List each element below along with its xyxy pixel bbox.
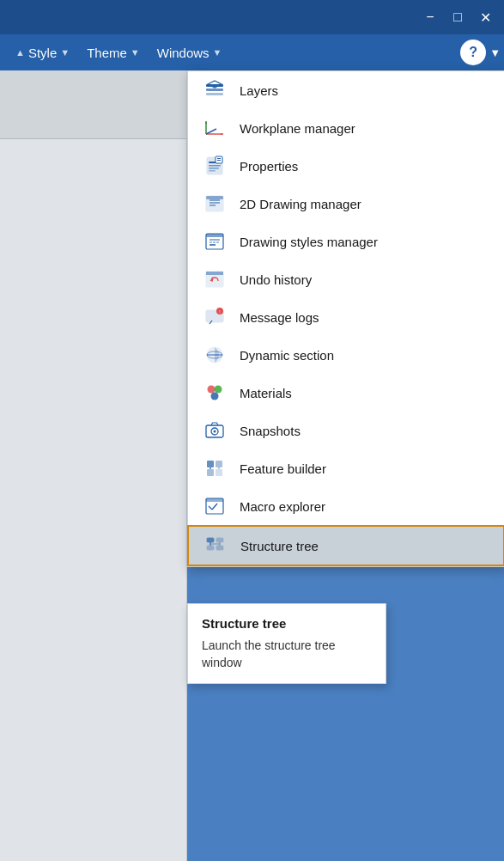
drawing2d-icon — [202, 191, 228, 217]
help-button[interactable]: ? — [460, 40, 486, 65]
style-menu[interactable]: ▲ Style ▼ — [7, 40, 78, 65]
theme-menu-label: Theme — [87, 46, 127, 60]
menu-item-drawing-styles[interactable]: Drawing styles manager — [188, 223, 504, 260]
content-area: LayersWorkplane managerProperties2D Draw… — [0, 70, 504, 861]
menu-item-undo-history[interactable]: Undo history — [188, 260, 504, 298]
menu-item-structure-tree[interactable]: Structure tree — [187, 525, 504, 566]
menu-item-macro-explorer[interactable]: Macro explorer — [188, 487, 504, 525]
windows-menu-label: Windows — [157, 46, 209, 60]
menu-item-label-snapshots: Snapshots — [240, 424, 301, 438]
menu-bar-right: ? ▼ — [457, 40, 504, 65]
menu-item-layers[interactable]: Layers — [188, 71, 504, 109]
windows-menu[interactable]: Windows ▼ — [149, 40, 231, 65]
workplane-icon — [202, 115, 228, 141]
svg-rect-44 — [216, 469, 222, 476]
messages-icon: ! — [202, 304, 228, 330]
menu-item-label-drawing-styles: Drawing styles manager — [240, 235, 378, 249]
menu-item-label-properties: Properties — [240, 159, 298, 174]
menu-item-label-macro-explorer: Macro explorer — [240, 499, 325, 514]
svg-rect-42 — [216, 461, 222, 467]
snapshots-icon — [202, 418, 228, 443]
svg-rect-2 — [206, 93, 223, 95]
menu-item-feature-builder[interactable]: Feature builder — [188, 449, 504, 487]
featurebuilder-icon — [202, 455, 228, 481]
window-controls: − □ ✕ — [418, 5, 497, 29]
windows-dropdown-icon: ▼ — [213, 47, 222, 58]
macroexplorer-icon — [202, 493, 228, 519]
svg-rect-12 — [209, 168, 219, 169]
title-bar: − □ ✕ — [0, 0, 504, 34]
theme-dropdown-icon: ▼ — [131, 47, 140, 58]
help-arrow-icon: ▼ — [489, 46, 501, 59]
menu-item-drawing-2d[interactable]: 2D Drawing manager — [188, 185, 504, 223]
style-menu-label: Style — [28, 46, 57, 60]
menu-item-label-feature-builder: Feature builder — [240, 461, 326, 476]
svg-rect-1 — [206, 89, 223, 91]
minimize-button[interactable]: − — [418, 5, 442, 29]
svg-rect-13 — [209, 170, 216, 172]
structuretree-icon — [203, 533, 228, 559]
layers-icon — [202, 77, 228, 103]
menu-item-materials[interactable]: Materials — [188, 374, 504, 412]
svg-text:!: ! — [219, 309, 220, 314]
menu-item-snapshots[interactable]: Snapshots — [188, 412, 504, 449]
menu-bar: ▲ Style ▼ Theme ▼ Windows ▼ ? ▼ — [0, 34, 504, 70]
svg-rect-11 — [209, 165, 221, 167]
sidebar-top-panel — [0, 70, 186, 139]
svg-rect-43 — [207, 469, 214, 476]
menu-item-properties[interactable]: Properties — [188, 147, 504, 185]
style-dropdown-icon: ▼ — [60, 47, 70, 58]
svg-point-40 — [214, 430, 216, 433]
menu-item-label-materials: Materials — [240, 386, 292, 400]
structure-tree-tooltip: Structure tree Launch the structure tree… — [187, 603, 386, 684]
tooltip-text: Launch the structure tree window — [202, 638, 372, 671]
style-up-arrow-icon: ▲ — [15, 47, 25, 58]
windows-dropdown-menu: LayersWorkplane managerProperties2D Draw… — [187, 70, 504, 567]
svg-rect-53 — [207, 546, 214, 550]
svg-point-37 — [211, 393, 219, 400]
svg-line-6 — [206, 129, 216, 134]
svg-rect-51 — [207, 538, 214, 542]
materials-icon — [202, 380, 228, 406]
svg-rect-41 — [207, 461, 214, 467]
menu-item-workplane-manager[interactable]: Workplane manager — [188, 109, 504, 147]
menu-item-label-layers: Layers — [240, 83, 278, 98]
undo-icon — [202, 266, 228, 292]
menu-item-message-logs[interactable]: !Message logs — [188, 298, 504, 336]
properties-icon — [202, 153, 228, 179]
menu-item-label-message-logs: Message logs — [240, 310, 319, 325]
svg-line-50 — [212, 504, 217, 510]
menu-item-label-undo-history: Undo history — [240, 272, 312, 287]
svg-point-35 — [208, 386, 216, 394]
menu-item-label-structure-tree: Structure tree — [240, 539, 319, 553]
svg-rect-48 — [206, 498, 223, 502]
drawingstyles-icon — [202, 229, 228, 254]
menu-item-label-drawing-2d: 2D Drawing manager — [240, 197, 361, 211]
theme-menu[interactable]: Theme ▼ — [78, 40, 149, 65]
svg-rect-54 — [216, 546, 223, 550]
menu-item-dynamic-section[interactable]: Dynamic section — [188, 336, 504, 374]
svg-rect-21 — [206, 196, 223, 199]
maximize-button[interactable]: □ — [446, 5, 470, 29]
left-sidebar — [0, 70, 187, 861]
svg-point-36 — [215, 386, 222, 394]
svg-rect-23 — [206, 234, 223, 237]
menu-item-label-dynamic-section: Dynamic section — [240, 348, 334, 363]
svg-rect-28 — [206, 272, 223, 275]
svg-rect-52 — [216, 538, 223, 542]
dynamicsection-icon — [202, 342, 228, 368]
tooltip-title: Structure tree — [202, 616, 372, 631]
svg-line-49 — [209, 506, 212, 510]
menu-item-label-workplane-manager: Workplane manager — [240, 121, 355, 136]
close-button[interactable]: ✕ — [473, 5, 497, 29]
